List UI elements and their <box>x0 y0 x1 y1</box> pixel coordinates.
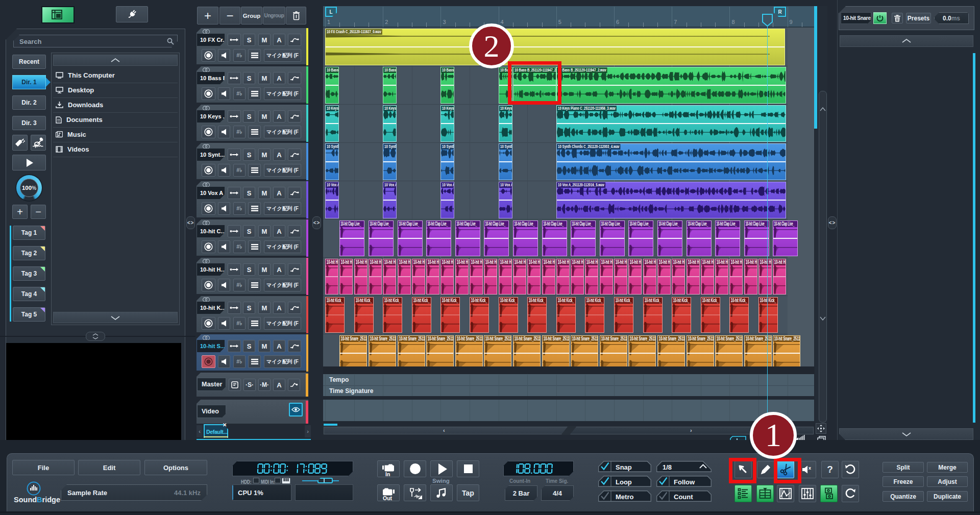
svg-text:Follow: Follow <box>674 478 695 486</box>
svg-text:Metro: Metro <box>616 493 633 501</box>
svg-text:Loop: Loop <box>616 478 632 486</box>
svg-text:In: In <box>385 471 390 476</box>
svg-text:x: x <box>808 465 811 471</box>
svg-text:Count: Count <box>674 493 693 501</box>
svg-text:Snap: Snap <box>616 463 632 471</box>
svg-text:Out: Out <box>383 495 393 500</box>
svg-text:1/8: 1/8 <box>663 463 672 471</box>
